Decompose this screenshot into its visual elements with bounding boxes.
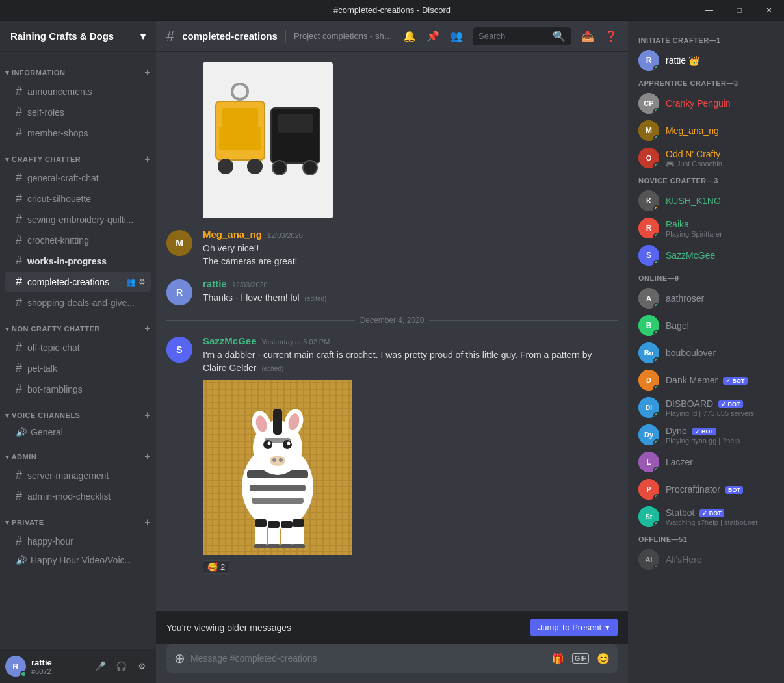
message-text-meg-2: The cameras are great! bbox=[203, 255, 618, 268]
category-add-icon[interactable]: + bbox=[144, 68, 151, 78]
category-add-icon[interactable]: + bbox=[144, 154, 151, 164]
search-input[interactable] bbox=[478, 31, 549, 41]
channel-name: completed-creations bbox=[27, 277, 109, 287]
status-online bbox=[653, 162, 659, 168]
channel-general-voice[interactable]: 🔊 General bbox=[5, 424, 151, 441]
add-attachment-button[interactable]: ⊕ bbox=[174, 651, 185, 666]
members-icon: 👥 bbox=[126, 277, 136, 287]
member-disboard[interactable]: DI DISBOARD ✓ BOT Playing !d | 773,655 s… bbox=[633, 394, 779, 421]
channel-name: admin-mod-checklist bbox=[27, 491, 111, 502]
sidebar: Raining Crafts & Dogs ▾ ▾ INFORMATION + … bbox=[0, 21, 156, 683]
user-settings-button[interactable]: ⚙ bbox=[133, 657, 151, 675]
channel-bot-ramblings[interactable]: # bot-ramblings bbox=[5, 379, 151, 399]
channel-general-craft-chat[interactable]: # general-craft-chat bbox=[5, 168, 151, 188]
channel-name: pet-talk bbox=[27, 363, 57, 374]
category-private[interactable]: ▾ PRIVATE + bbox=[0, 507, 156, 530]
headset-button[interactable]: 🎧 bbox=[112, 657, 130, 675]
channel-cricut-silhouette[interactable]: # cricut-silhouette bbox=[5, 188, 151, 209]
category-add-icon[interactable]: + bbox=[144, 452, 151, 462]
category-add-icon[interactable]: + bbox=[144, 324, 151, 334]
search-bar[interactable]: 🔍 bbox=[473, 27, 571, 45]
hash-icon: # bbox=[16, 469, 22, 482]
avatar-alishere: Al bbox=[638, 549, 659, 570]
member-raika[interactable]: R Raika Playing Spiritfarer bbox=[633, 214, 779, 242]
member-dyno[interactable]: Dy Dyno ✓ BOT Playing dyno.gg | ?help bbox=[633, 421, 779, 448]
member-procraftinator[interactable]: P Procraftinator BOT bbox=[633, 476, 779, 503]
avatar-dank-memer: D bbox=[638, 370, 659, 391]
category-add-icon[interactable]: + bbox=[144, 517, 151, 528]
help-icon[interactable]: ❓ bbox=[605, 30, 618, 42]
member-info-dank-memer: Dank Memer ✓ BOT bbox=[666, 374, 774, 386]
member-kush-k1ng[interactable]: K KUSH_K1NG bbox=[633, 187, 779, 214]
member-bouboulover[interactable]: Bo bouboulover bbox=[633, 339, 779, 367]
member-cranky-penguin[interactable]: CP Cranky Penguin bbox=[633, 90, 779, 117]
channel-member-shops[interactable]: # member-shops bbox=[5, 123, 151, 143]
member-info-procraftinator: Procraftinator BOT bbox=[666, 483, 774, 495]
pin-icon[interactable]: 📌 bbox=[426, 30, 439, 42]
hash-icon: # bbox=[16, 489, 22, 503]
member-odd-n-crafty[interactable]: O Odd N' Crafty 🎮 Just Choochin bbox=[633, 144, 779, 172]
emoji-button[interactable]: 😊 bbox=[597, 652, 610, 665]
channel-works-in-progress[interactable]: # works-in-progress bbox=[5, 251, 151, 271]
reaction-love[interactable]: 🥰 2 bbox=[203, 560, 229, 574]
category-add-icon[interactable]: + bbox=[144, 410, 151, 420]
channel-off-topic-chat[interactable]: # off-topic-chat bbox=[5, 337, 151, 357]
channel-self-roles[interactable]: # self-roles bbox=[5, 102, 151, 122]
member-name-kush-k1ng: KUSH_K1NG bbox=[666, 196, 721, 206]
gift-icon[interactable]: 🎁 bbox=[551, 652, 564, 665]
jump-to-present-button[interactable]: Jump To Present ▾ bbox=[530, 619, 618, 636]
status-online bbox=[653, 494, 659, 500]
user-discriminator: #6072 bbox=[31, 667, 86, 675]
category-voice-channels[interactable]: ▾ VOICE CHANNELS + bbox=[0, 400, 156, 423]
message-input[interactable] bbox=[190, 653, 546, 664]
channel-announcements[interactable]: # announcements bbox=[5, 81, 151, 101]
member-bagel[interactable]: B Bagel bbox=[633, 312, 779, 339]
inbox-icon[interactable]: 📥 bbox=[581, 30, 594, 42]
microphone-button[interactable]: 🎤 bbox=[91, 657, 109, 675]
svg-point-10 bbox=[303, 161, 317, 175]
category-non-crafty-chatter[interactable]: ▾ NON CRAFTY CHATTER + bbox=[0, 313, 156, 337]
category-crafty-chatter[interactable]: ▾ CRAFTY CHATTER + bbox=[0, 144, 156, 167]
member-dank-memer[interactable]: D Dank Memer ✓ BOT bbox=[633, 367, 779, 394]
channel-happy-hour-voice[interactable]: 🔊 Happy Hour Video/Voic... bbox=[5, 552, 151, 569]
channel-happy-hour[interactable]: # happy-hour bbox=[5, 531, 151, 551]
message-header-sazzmcgee: SazzMcGee Yesterday at 5:02 PM bbox=[203, 335, 618, 346]
member-aathroser[interactable]: A aathroser bbox=[633, 285, 779, 312]
gif-button[interactable]: GIF bbox=[572, 653, 589, 664]
member-rattie[interactable]: R rattie 👑 bbox=[633, 47, 779, 74]
channel-crochet-knitting[interactable]: # crochet-knitting bbox=[5, 230, 151, 250]
channel-shopping-deals[interactable]: # shopping-deals-and-give... bbox=[5, 292, 151, 313]
bell-icon[interactable]: 🔔 bbox=[403, 30, 416, 42]
hash-icon: # bbox=[16, 171, 22, 185]
member-name-dyno: Dyno ✓ BOT bbox=[666, 426, 716, 436]
server-header[interactable]: Raining Crafts & Dogs ▾ bbox=[0, 21, 156, 52]
status-online bbox=[653, 330, 659, 336]
message-author-rattie[interactable]: rattie bbox=[203, 278, 227, 289]
channel-pet-talk[interactable]: # pet-talk bbox=[5, 358, 151, 378]
member-meg-ana-ng[interactable]: M Meg_ana_ng bbox=[633, 117, 779, 144]
member-alishere[interactable]: Al Ali'sHere bbox=[633, 546, 779, 573]
category-information[interactable]: ▾ INFORMATION + bbox=[0, 57, 156, 81]
svg-point-4 bbox=[247, 159, 263, 174]
members-icon[interactable]: 👥 bbox=[450, 30, 463, 42]
channel-completed-creations[interactable]: # completed-creations 👥 ⚙ bbox=[5, 272, 151, 292]
maximize-button[interactable]: □ bbox=[724, 0, 754, 21]
category-admin[interactable]: ▾ ADMIN + bbox=[0, 441, 156, 465]
main-content: # completed-creations Project completion… bbox=[156, 21, 628, 683]
message-author-sazzmcgee[interactable]: SazzMcGee bbox=[203, 335, 257, 346]
member-name-sazzmcgee: SazzMcGee bbox=[666, 250, 715, 261]
member-sazzmcgee-panel[interactable]: S SazzMcGee bbox=[633, 242, 779, 269]
message-author-meg[interactable]: Meg_ana_ng bbox=[203, 229, 262, 240]
member-name-meg: Meg_ana_ng bbox=[666, 125, 719, 136]
close-button[interactable]: ✕ bbox=[754, 0, 784, 21]
channel-admin-mod-checklist[interactable]: # admin-mod-checklist bbox=[5, 486, 151, 506]
speaker-icon: 🔊 bbox=[16, 555, 27, 565]
member-statbot[interactable]: St Statbot ✓ BOT Watching s?help | statb… bbox=[633, 503, 779, 530]
channel-name: announcements bbox=[27, 86, 92, 97]
hash-icon: # bbox=[16, 361, 22, 375]
channel-server-management[interactable]: # server-management bbox=[5, 465, 151, 485]
member-laczer[interactable]: L Laczer bbox=[633, 448, 779, 476]
svg-point-27 bbox=[283, 440, 292, 449]
minimize-button[interactable]: — bbox=[694, 0, 724, 21]
channel-sewing-embroidery[interactable]: # sewing-embroidery-quilti... bbox=[5, 209, 151, 229]
